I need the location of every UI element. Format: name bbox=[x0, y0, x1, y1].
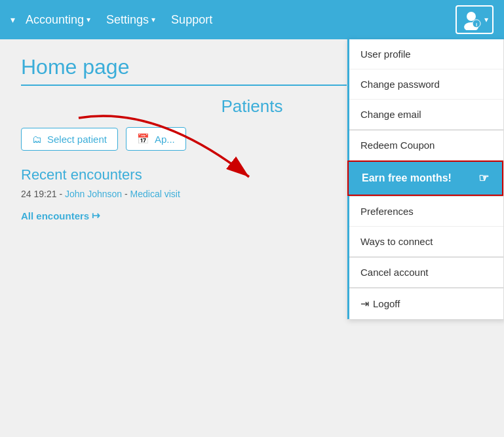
ways-to-connect-label: Ways to connect bbox=[360, 236, 433, 247]
encounter-patient-link[interactable]: John Johnson bbox=[65, 189, 122, 199]
nav-dropdown-arrow[interactable]: ▾ bbox=[10, 14, 15, 25]
nav-settings-label: Settings bbox=[106, 13, 149, 27]
navbar: ▾ Accounting ▾ Settings ▾ Support i ▾ bbox=[0, 0, 504, 39]
cancel-account-label: Cancel account bbox=[360, 267, 428, 278]
nav-user-chevron-icon: ▾ bbox=[484, 15, 488, 24]
logoff-label: Logoff bbox=[373, 298, 400, 309]
svg-point-0 bbox=[467, 12, 476, 21]
nav-support[interactable]: Support bbox=[163, 0, 220, 39]
encounter-date: 24 19:21 bbox=[21, 189, 57, 199]
appointment-button[interactable]: 📅 Ap... bbox=[126, 127, 186, 151]
select-patient-label: Select patient bbox=[47, 134, 107, 145]
redeem-coupon-label: Redeem Coupon bbox=[360, 140, 435, 151]
dropdown-item-logoff[interactable]: ⇥ Logoff bbox=[347, 288, 503, 319]
nav-support-label: Support bbox=[171, 13, 212, 27]
encounter-separator-2: - bbox=[125, 189, 130, 199]
nav-accounting-label: Accounting bbox=[26, 13, 84, 27]
change-email-label: Change email bbox=[360, 109, 421, 120]
user-dropdown-menu: User profile Change password Change emai… bbox=[347, 39, 504, 320]
dropdown-item-cancel-account[interactable]: Cancel account bbox=[347, 257, 503, 288]
dropdown-item-preferences[interactable]: Preferences bbox=[347, 197, 503, 227]
nav-settings-chevron: ▾ bbox=[151, 15, 155, 24]
dropdown-item-user-profile[interactable]: User profile bbox=[347, 39, 503, 69]
encounter-separator-1: - bbox=[59, 189, 65, 199]
user-avatar-icon: i bbox=[461, 9, 482, 30]
nav-accounting-chevron: ▾ bbox=[87, 15, 90, 24]
earn-free-months-label: Earn free months! bbox=[362, 172, 452, 184]
dropdown-item-redeem-coupon[interactable]: Redeem Coupon bbox=[347, 130, 503, 161]
logoff-icon: ⇥ bbox=[360, 297, 369, 310]
select-patient-button[interactable]: 🗂 Select patient bbox=[21, 128, 118, 151]
dropdown-item-earn-free-months[interactable]: Earn free months! ☞ bbox=[347, 161, 503, 196]
user-profile-label: User profile bbox=[360, 48, 411, 60]
nav-user-button[interactable]: i ▾ bbox=[456, 5, 494, 34]
all-encounters-arrow-icon: ↦ bbox=[92, 210, 100, 221]
all-encounters-label: All encounters bbox=[21, 210, 89, 221]
preferences-label: Preferences bbox=[360, 206, 414, 217]
svg-text:i: i bbox=[476, 22, 477, 28]
cursor-icon: ☞ bbox=[478, 171, 489, 185]
nav-accounting[interactable]: Accounting ▾ bbox=[18, 0, 98, 39]
nav-settings[interactable]: Settings ▾ bbox=[98, 0, 163, 39]
calendar-icon: 📅 bbox=[137, 133, 149, 145]
dropdown-item-ways-to-connect[interactable]: Ways to connect bbox=[347, 227, 503, 257]
dropdown-item-change-email[interactable]: Change email bbox=[347, 100, 503, 130]
appt-label: Ap... bbox=[155, 134, 175, 145]
change-password-label: Change password bbox=[360, 79, 440, 90]
dropdown-item-change-password[interactable]: Change password bbox=[347, 69, 503, 100]
folder-icon: 🗂 bbox=[32, 134, 42, 145]
encounter-type-link[interactable]: Medical visit bbox=[130, 189, 180, 199]
